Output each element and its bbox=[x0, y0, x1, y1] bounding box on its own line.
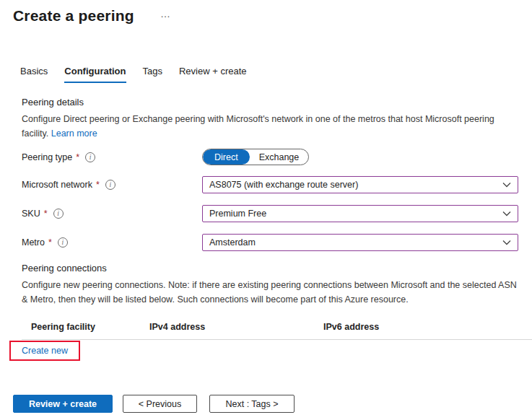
sku-label-text: SKU bbox=[22, 209, 40, 219]
info-icon[interactable]: i bbox=[105, 180, 115, 190]
learn-more-link[interactable]: Learn more bbox=[51, 128, 97, 139]
connections-table-header: Peering facility IPv4 address IPv6 addre… bbox=[22, 322, 532, 335]
tab-tags[interactable]: Tags bbox=[143, 66, 162, 83]
required-asterisk: * bbox=[96, 180, 100, 190]
sku-value: Premium Free bbox=[209, 209, 266, 219]
microsoft-network-label: Microsoft network * i bbox=[22, 176, 115, 193]
page-title: Create a peering bbox=[13, 7, 134, 25]
microsoft-network-value: AS8075 (with exchange route server) bbox=[209, 180, 358, 190]
sku-label: SKU * i bbox=[22, 205, 64, 222]
sku-dropdown[interactable]: Premium Free bbox=[202, 205, 518, 222]
tab-configuration[interactable]: Configuration bbox=[64, 66, 126, 83]
required-asterisk: * bbox=[48, 237, 52, 248]
chevron-down-icon bbox=[502, 240, 511, 245]
info-icon[interactable]: i bbox=[53, 209, 64, 219]
peering-type-label: Peering type * i bbox=[22, 149, 95, 166]
table-divider bbox=[22, 339, 532, 340]
peering-details-description: Configure Direct peering or Exchange pee… bbox=[22, 112, 521, 141]
peering-type-label-text: Peering type bbox=[22, 152, 72, 162]
peering-type-toggle: Direct Exchange bbox=[202, 149, 309, 165]
peering-connections-description: Configure new peering connections. Note:… bbox=[22, 278, 521, 307]
chevron-down-icon bbox=[502, 211, 511, 216]
tab-review-create[interactable]: Review + create bbox=[179, 66, 247, 83]
metro-label: Metro * i bbox=[22, 234, 68, 251]
info-icon[interactable]: i bbox=[58, 237, 68, 248]
microsoft-network-label-text: Microsoft network bbox=[22, 180, 92, 190]
column-header-ipv4-address: IPv4 address bbox=[149, 322, 205, 332]
metro-dropdown[interactable]: Amsterdam bbox=[202, 234, 518, 251]
info-icon[interactable]: i bbox=[85, 152, 95, 162]
required-asterisk: * bbox=[76, 152, 79, 162]
annotation-highlight-box: Create new bbox=[9, 341, 80, 361]
toggle-option-direct[interactable]: Direct bbox=[203, 149, 250, 165]
review-create-button[interactable]: Review + create bbox=[13, 395, 113, 413]
required-asterisk: * bbox=[44, 209, 48, 219]
metro-value: Amsterdam bbox=[209, 237, 256, 248]
metro-label-text: Metro bbox=[22, 237, 45, 248]
peering-details-heading: Peering details bbox=[22, 97, 84, 108]
tab-basics[interactable]: Basics bbox=[20, 66, 48, 83]
wizard-tabs: Basics Configuration Tags Review + creat… bbox=[20, 66, 247, 83]
create-new-link[interactable]: Create new bbox=[22, 346, 68, 356]
toggle-option-exchange[interactable]: Exchange bbox=[250, 149, 309, 165]
more-options-icon[interactable]: … bbox=[160, 8, 171, 19]
column-header-peering-facility: Peering facility bbox=[31, 322, 95, 332]
microsoft-network-dropdown[interactable]: AS8075 (with exchange route server) bbox=[202, 176, 518, 193]
previous-button[interactable]: < Previous bbox=[123, 395, 197, 413]
next-tags-button[interactable]: Next : Tags > bbox=[209, 395, 295, 413]
column-header-ipv6-address: IPv6 address bbox=[323, 322, 379, 332]
chevron-down-icon bbox=[502, 182, 511, 188]
peering-connections-heading: Peering connections bbox=[22, 263, 107, 274]
